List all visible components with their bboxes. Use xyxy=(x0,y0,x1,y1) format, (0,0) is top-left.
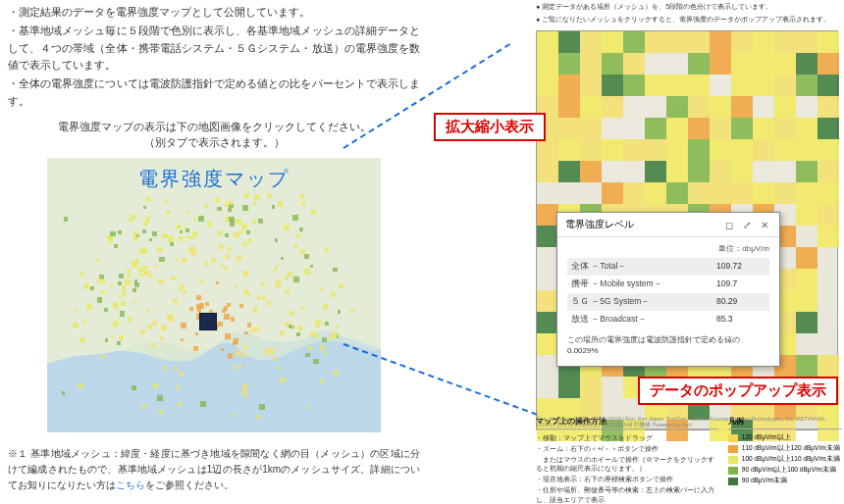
map-title: 電界強度マップ xyxy=(47,166,381,192)
kochira-link[interactable]: こちら xyxy=(116,479,145,490)
popup-row: ５Ｇ －5G System－80.29 xyxy=(567,293,769,311)
legend-item: 100 dBμV/m以上110 dBμV/m未満 xyxy=(728,455,842,464)
legend-item: 90 dBμV/m以上100 dBμV/m未満 xyxy=(728,466,842,475)
legend-item: 90 dBμV/m未満 xyxy=(728,477,842,485)
ops-item: ・現在地表示：右下の座標検索ボタンで操作 xyxy=(536,475,718,484)
map-credit: Esri, Intermap, NASA, NGA, USGS | Esri, … xyxy=(537,416,835,428)
operations-col: マップ上の操作方法 ・移動：マップ上でマウスをドラッグ・ズーム：右下の＜+/－＞… xyxy=(536,416,718,504)
overview-map[interactable]: 電界強度マップ xyxy=(47,158,381,432)
popup-unit: 単位：dbμV/m xyxy=(567,243,769,254)
popup-footnote: この場所の電界強度は電波防護指針で定める値の0.0029% xyxy=(567,334,769,356)
dock-icon[interactable]: ◻ xyxy=(722,218,736,231)
left-panel: ・測定結果のデータを電界強度マップとして公開しています。 ・基準地域メッシュ毎に… xyxy=(8,4,420,493)
expand-icon[interactable]: ⤢ xyxy=(740,218,754,231)
popup-row: 携帯 －Mobile system－109.7 xyxy=(567,276,769,293)
ops-item: ・住所や場所、郵便番号等の検索：左上の検索バーに入力し、該当エリアで表示 xyxy=(536,485,718,504)
legend-item: 120 dBμV/m以上 xyxy=(728,433,842,442)
map-caption: 電界強度マップの表示は下の地図画像をクリックしてください。 （別タブで表示されま… xyxy=(8,120,420,151)
bottom-panel: マップ上の操作方法 ・移動：マップ上でマウスをドラッグ・ズーム：右下の＜+/－＞… xyxy=(536,416,842,504)
popup-row: 全体 －Total－109.72 xyxy=(567,258,769,276)
legend-item: 110 dBμV/m以上120 dBμV/m未満 xyxy=(728,444,842,453)
bullet-1: ・測定結果のデータを電界強度マップとして公開しています。 xyxy=(8,4,420,21)
popup-callout: データのポップアップ表示 xyxy=(638,377,838,405)
zoom-callout: 拡大縮小表示 xyxy=(434,113,546,141)
close-icon[interactable]: ✕ xyxy=(758,218,771,231)
ops-item: ・移動：マップ上でマウスをドラッグ xyxy=(536,433,718,443)
footnote: ※１ 基準地域メッシュ：緯度・経度に基づき地域を隙間なく網の目（メッシュ）の区域… xyxy=(8,446,420,493)
data-popup: 電界強度レベル ◻ ⤢ ✕ 単位：dbμV/m 全体 －Total－109.72… xyxy=(556,212,780,367)
popup-row: 放送 －Broadcast－85.3 xyxy=(567,311,769,328)
legend-col: 凡例 120 dBμV/m以上110 dBμV/m以上120 dBμV/m未満1… xyxy=(728,416,842,504)
bullet-3: ・全体の電界強度については電波防護指針で定める値との比をパーセントで表示します。 xyxy=(8,76,420,110)
right-note-1: ● 測定データがある場所（メッシュ）を、5段階の色分けで表示しています。 xyxy=(536,2,844,13)
ops-item: ・ズーム：右下の＜+/－＞ボタンで操作 xyxy=(536,444,718,454)
popup-title: 電界強度レベル xyxy=(565,218,718,231)
right-panel: ● 測定データがある場所（メッシュ）を、5段階の色分けで表示しています。 ● ご… xyxy=(530,0,844,504)
bullet-2: ・基準地域メッシュ毎に５段階で色別に表示し、各基準地域メッシュの詳細データとして… xyxy=(8,23,420,74)
map-marker xyxy=(199,313,217,330)
detail-map[interactable]: 電界強度レベル ◻ ⤢ ✕ 単位：dbμV/m 全体 －Total－109.72… xyxy=(536,30,838,430)
right-note-2: ● ご覧になりたいメッシュをクリックすると、電界強度のデータがポップアップ表示さ… xyxy=(536,15,844,25)
ops-item: またはマウスのホイールで操作（※マークをクリックすると初期の縮尺表示になります。… xyxy=(536,455,718,475)
